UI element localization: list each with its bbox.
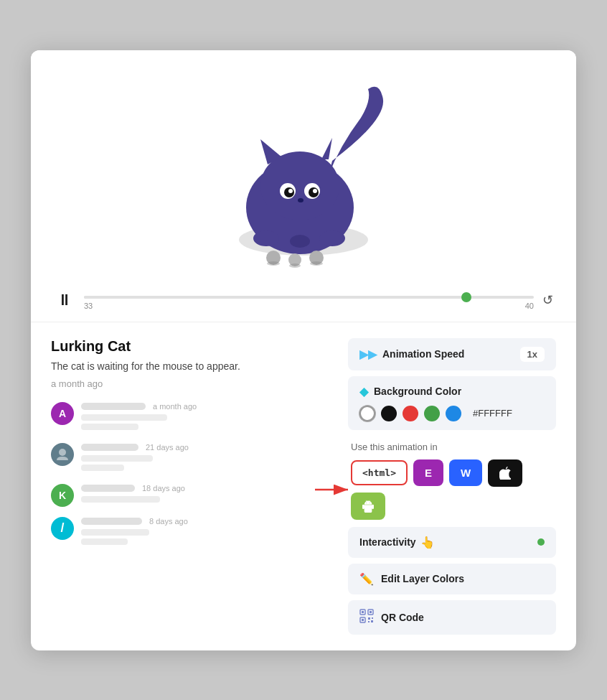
svg-point-13 (319, 230, 345, 246)
comment-date: 21 days ago (146, 443, 189, 452)
android-button[interactable] (351, 493, 385, 520)
timeline-end: 40 (525, 302, 534, 310)
pause-button[interactable]: ⏸ (54, 291, 75, 309)
svg-point-14 (290, 235, 310, 248)
comment-meta: 8 days ago (81, 517, 331, 526)
qr-icon (359, 609, 374, 626)
comment-name-bar (81, 485, 135, 492)
timeline[interactable]: 33 40 (84, 290, 534, 310)
svg-rect-30 (368, 617, 370, 620)
interactivity-label: Interactivity 👆 (359, 536, 435, 549)
svg-point-10 (313, 189, 317, 193)
comment-content: a month ago (81, 402, 331, 433)
comment-meta: a month ago (81, 402, 331, 411)
svg-point-20 (310, 261, 323, 266)
comment-item: 21 days ago (51, 443, 331, 474)
speed-icon: ▶▶ (359, 347, 377, 361)
apple-icon (499, 467, 511, 480)
preview-area: ⏸ 33 40 ↺ (31, 50, 576, 322)
svg-point-12 (253, 230, 279, 246)
comment-content: 8 days ago (81, 517, 331, 548)
comment-name-bar (81, 518, 142, 525)
interactivity-panel[interactable]: Interactivity 👆 (348, 527, 556, 558)
hex-value: #FFFFFF (473, 408, 512, 419)
comment-date: a month ago (153, 402, 197, 411)
avatar (51, 443, 74, 466)
comment-meta: 18 days ago (81, 484, 331, 493)
qr-icon-svg (359, 609, 374, 623)
animation-title: Lurking Cat (51, 338, 331, 355)
webflow-button[interactable]: W (449, 459, 482, 486)
background-color-panel: ◆ Background Color #FFFFFF (348, 376, 556, 430)
avatar: K (51, 484, 74, 507)
svg-point-11 (298, 198, 304, 202)
integration-buttons: <html> E W (351, 459, 553, 520)
svg-point-21 (59, 449, 66, 456)
avatar: A (51, 402, 74, 425)
interactivity-status-dot (537, 538, 545, 546)
use-in-section: Use this animation in <html> (348, 436, 556, 521)
animation-speed-panel[interactable]: ▶▶ Animation Speed 1x (348, 338, 556, 370)
comment-text-bar (81, 414, 167, 421)
comments-list: A a month ago (51, 402, 331, 548)
edit-layer-icon: ✏️ (359, 572, 374, 586)
timeline-track[interactable] (84, 296, 534, 299)
comment-text-bar-2 (81, 424, 138, 430)
svg-rect-25 (362, 611, 364, 613)
comment-item: A a month ago (51, 402, 331, 433)
svg-rect-31 (372, 617, 373, 619)
timeline-start: 33 (84, 302, 93, 310)
apple-button[interactable] (488, 459, 522, 487)
background-color-header: ◆ Background Color (359, 385, 545, 398)
swatch-black[interactable] (381, 406, 397, 421)
comment-content: 21 days ago (81, 443, 331, 474)
svg-rect-32 (368, 621, 370, 622)
svg-rect-33 (371, 620, 373, 622)
comment-content: 18 days ago (81, 484, 331, 505)
comment-date: 18 days ago (142, 484, 185, 493)
comment-text-bar (81, 455, 153, 462)
arrow-indicator (315, 479, 354, 500)
svg-rect-27 (370, 611, 372, 613)
comment-text-bar-2 (81, 538, 128, 545)
timeline-labels: 33 40 (84, 302, 534, 310)
swatch-red[interactable] (403, 406, 418, 421)
swatch-green[interactable] (424, 406, 440, 421)
color-swatches: #FFFFFF (359, 406, 545, 421)
left-column: Lurking Cat The cat is waiting for the m… (51, 338, 331, 635)
cat-animation (189, 67, 418, 283)
bg-color-icon: ◆ (359, 385, 368, 398)
animation-description: The cat is waiting for the mouse to appe… (51, 359, 331, 374)
animation-date: a month ago (51, 378, 331, 389)
comment-item: / 8 days ago (51, 517, 331, 548)
qr-code-panel[interactable]: QR Code (348, 600, 556, 635)
comment-text-bar-2 (81, 465, 124, 471)
main-card: ⏸ 33 40 ↺ Lurking Cat The cat is waiting… (31, 50, 576, 650)
replay-button[interactable]: ↺ (542, 292, 553, 308)
comment-date: 8 days ago (149, 517, 188, 526)
edit-layer-label: Edit Layer Colors (381, 573, 464, 584)
comment-text-bar (81, 496, 160, 503)
html-button[interactable]: <html> (351, 460, 408, 485)
svg-rect-29 (362, 619, 364, 621)
animation-speed-label: ▶▶ Animation Speed (359, 347, 464, 361)
timeline-progress (84, 296, 466, 299)
comment-text-bar (81, 529, 149, 536)
edit-layer-colors-panel[interactable]: ✏️ Edit Layer Colors (348, 564, 556, 594)
right-column: ▶▶ Animation Speed 1x ◆ Background Color (348, 338, 556, 635)
timeline-thumb[interactable] (461, 292, 471, 302)
use-in-label: Use this animation in (351, 442, 553, 452)
svg-marker-4 (321, 138, 332, 159)
svg-point-18 (267, 261, 280, 266)
speed-badge[interactable]: 1x (520, 347, 545, 362)
avatar: / (51, 517, 74, 540)
swatch-blue[interactable] (446, 406, 461, 421)
elementor-button[interactable]: E (413, 459, 443, 486)
swatch-white[interactable] (359, 406, 375, 421)
svg-point-19 (289, 263, 301, 268)
playback-controls: ⏸ 33 40 ↺ (54, 283, 553, 313)
comment-name-bar (81, 403, 146, 410)
comment-meta: 21 days ago (81, 443, 331, 452)
qr-label: QR Code (381, 612, 424, 623)
content-area: Lurking Cat The cat is waiting for the m… (31, 322, 576, 650)
